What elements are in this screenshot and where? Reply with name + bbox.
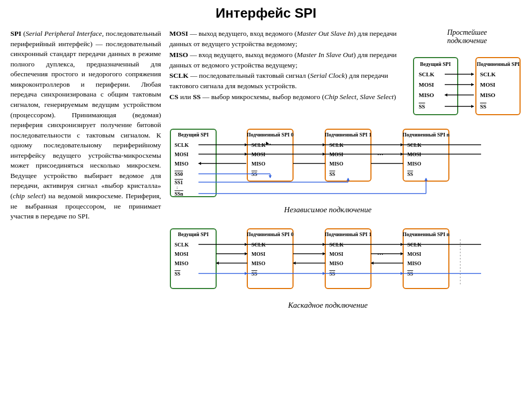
svg-text:Подчиненный SPI n: Подчиненный SPI n [403,231,450,237]
left-column: SPI (Serial Peripheral Interface, послед… [10,29,161,222]
intro-rest: последовательный периферийный интерфейс)… [10,30,161,220]
svg-text:Ведущий SPI: Ведущий SPI [420,61,450,67]
independent-diagram: Ведущий SPI SCLK MOSI MISO SS0 SS1 ⋮ SSn… [169,124,522,219]
svg-text:MISO: MISO [251,260,265,266]
svg-marker-15 [471,83,474,86]
svg-text:SS: SS [175,271,181,277]
spi-label: SPI [10,30,21,37]
svg-text:SCLK: SCLK [175,142,189,148]
svg-marker-72 [424,178,428,181]
svg-text:...: ... [377,148,383,157]
right-column: MOSI — выход ведущего, вход ведомого (Ma… [169,29,522,317]
svg-text:...: ... [377,248,383,256]
mosi-def: — выход ведущего, вход ведомого (Master … [169,30,396,48]
svg-rect-74 [170,229,216,289]
svg-text:MOSI: MOSI [175,251,189,257]
sclk-term: SCLK [169,72,189,79]
svg-rect-86 [325,229,371,289]
svg-text:MOSI: MOSI [175,152,189,157]
ss-term: SS [193,93,201,101]
definitions-text: MOSI — выход ведущего, вход ведомого (Ma… [169,29,407,102]
svg-marker-17 [445,93,447,97]
mosi-term: MOSI [169,30,188,37]
svg-text:Подчиненный SPI 0: Подчиненный SPI 0 [247,231,294,237]
cascade-diagram-svg: Ведущий SPI SCLK MOSI MISO SS Подчиненны… [169,224,486,314]
svg-text:MISO: MISO [175,260,189,266]
svg-marker-66 [269,175,272,178]
simple-diagram-label: Простейшееподключение [447,29,487,45]
svg-text:SSn: SSn [175,191,183,197]
intro-italic: (Serial Peripheral Interface, [23,30,104,37]
svg-text:SS: SS [419,103,425,109]
main-layout: SPI (Serial Peripheral Interface, послед… [10,29,522,317]
svg-text:Независимое подключение: Независимое подключение [284,205,372,214]
svg-marker-19 [471,105,474,108]
svg-text:SS: SS [407,171,414,177]
svg-text:Подчиненный SPI 1: Подчиненный SPI 1 [325,132,371,138]
svg-text:MISO: MISO [419,92,434,98]
svg-text:SCLK: SCLK [175,242,189,248]
ss-def: — выбор микросхемы, выбор ведомого (Chip… [203,93,396,101]
simple-diagram-svg: Ведущий SPI SCLK MOSI MISO SS Подчиненны… [413,47,522,120]
svg-text:MOSI: MOSI [251,251,265,257]
svg-marker-13 [471,73,474,76]
svg-text:Подчиненный SPI: Подчиненный SPI [477,61,520,67]
miso-term: MISO [169,51,188,59]
svg-text:MOSI: MOSI [407,251,421,257]
independent-diagram-svg: Ведущий SPI SCLK MOSI MISO SS0 SS1 ⋮ SSn… [169,124,486,217]
page-title: Интерфейс SPI [10,5,522,21]
svg-marker-50 [266,142,269,145]
svg-text:MISO: MISO [480,92,496,98]
svg-text:SS0: SS0 [175,171,183,177]
svg-text:SS: SS [329,171,336,177]
miso-def: — вход ведущего, выход ведомого (Master … [169,51,396,69]
cs-or: или [180,93,193,101]
svg-text:MISO: MISO [329,260,343,266]
svg-text:SS: SS [480,103,486,109]
svg-text:Подчиненный SPI 1: Подчиненный SPI 1 [325,231,371,237]
svg-rect-93 [403,229,449,289]
svg-text:SS1: SS1 [175,180,183,185]
svg-text:MISO: MISO [251,161,265,167]
svg-marker-60 [198,162,201,165]
svg-text:MISO: MISO [329,161,343,167]
svg-text:Каскадное подключение: Каскадное подключение [287,301,368,309]
svg-text:Подчиненный SPI n: Подчиненный SPI n [403,132,450,138]
svg-text:MOSI: MOSI [480,81,495,88]
sclk-def: — последовательный тактовый сигнал (Seri… [169,72,388,90]
simple-diagram-area: Простейшееподключение Ведущий SPI SCLK M… [413,29,522,120]
svg-text:SCLK: SCLK [419,71,434,77]
svg-text:Ведущий SPI: Ведущий SPI [178,231,208,237]
svg-text:MISO: MISO [407,260,421,266]
svg-text:SCLK: SCLK [480,71,496,77]
svg-text:MISO: MISO [175,161,189,167]
svg-marker-69 [347,178,350,181]
svg-text:MOSI: MOSI [329,251,343,257]
svg-rect-80 [247,229,293,289]
cascade-diagram: Ведущий SPI SCLK MOSI MISO SS Подчиненны… [169,224,522,317]
svg-text:MISO: MISO [407,161,421,167]
svg-text:Ведущий SPI: Ведущий SPI [178,132,208,138]
svg-text:Подчиненный SPI 0: Подчиненный SPI 0 [247,132,294,138]
svg-text:MOSI: MOSI [419,81,434,88]
cs-term: CS [169,93,178,101]
